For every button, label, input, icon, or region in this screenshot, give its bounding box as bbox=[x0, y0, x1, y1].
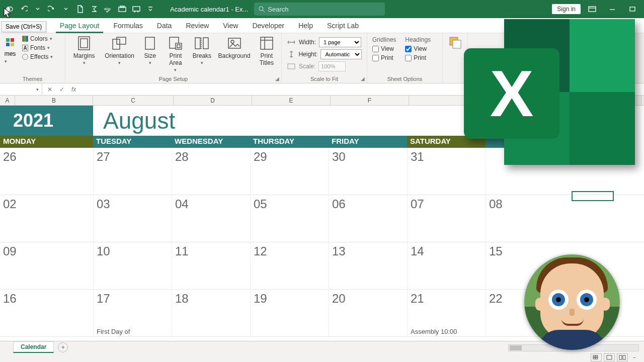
tab-review[interactable]: Review bbox=[179, 19, 216, 33]
svg-rect-35 bbox=[593, 357, 595, 359]
name-box[interactable]: ▾ bbox=[0, 83, 42, 95]
calendar-cell[interactable]: 09 bbox=[0, 242, 93, 289]
tab-developer[interactable]: Developer bbox=[245, 19, 291, 33]
colors-button[interactable]: Colors ▾ bbox=[22, 35, 53, 42]
print-area-button[interactable]: Print Area▾ bbox=[166, 35, 185, 72]
screenshot-icon[interactable] bbox=[116, 3, 129, 16]
calendar-cell[interactable]: 14 bbox=[407, 242, 486, 289]
day-header: FRIDAY bbox=[329, 136, 407, 148]
calendar-cell[interactable]: 11 bbox=[172, 242, 250, 289]
calendar-cell[interactable]: 27 bbox=[93, 148, 172, 195]
svg-rect-5 bbox=[133, 7, 140, 11]
page-setup-launcher-icon[interactable]: ◢ bbox=[275, 76, 279, 81]
calendar-cell[interactable]: 19 bbox=[250, 290, 329, 336]
page-break-view-icon[interactable] bbox=[617, 353, 628, 361]
calendar-cell[interactable]: 03 bbox=[93, 195, 172, 242]
ribbon-display-icon[interactable] bbox=[584, 2, 601, 16]
maximize-button[interactable] bbox=[624, 2, 641, 16]
document-title: Academic calendar1 - Ex... bbox=[170, 6, 248, 13]
qat-customize-dropdown[interactable] bbox=[144, 3, 157, 16]
orientation-button[interactable]: Orientation▾ bbox=[105, 35, 134, 65]
height-select[interactable]: Automatic bbox=[320, 49, 362, 59]
redo-dropdown[interactable] bbox=[59, 3, 72, 16]
present-icon[interactable] bbox=[130, 3, 143, 16]
bring-forward-icon[interactable] bbox=[448, 35, 462, 49]
size-button[interactable]: Size▾ bbox=[141, 35, 159, 65]
print-titles-button[interactable]: Print Titles bbox=[257, 35, 276, 66]
col-header-B[interactable]: B bbox=[15, 96, 93, 105]
calendar-cell[interactable]: 06 bbox=[329, 195, 407, 242]
calendar-cell[interactable]: 10 bbox=[93, 242, 172, 289]
quick-access-toolbar: abc bbox=[0, 3, 160, 16]
scale-launcher-icon[interactable]: ◢ bbox=[361, 76, 365, 81]
themes-button[interactable]: mes▾ bbox=[5, 50, 16, 64]
col-header-A[interactable]: A bbox=[0, 96, 15, 105]
calendar-cell[interactable]: 29 bbox=[250, 148, 329, 195]
group-page-setup: Margins▾ Orientation▾ Size▾ Print Area▾ … bbox=[65, 33, 282, 83]
page-layout-view-icon[interactable] bbox=[604, 353, 615, 361]
margins-button[interactable]: Margins▾ bbox=[70, 35, 98, 65]
calendar-cell[interactable]: 30 bbox=[329, 148, 407, 195]
autosum-icon[interactable] bbox=[88, 3, 101, 16]
undo-button[interactable] bbox=[17, 3, 30, 16]
calendar-cell[interactable]: 05 bbox=[250, 195, 329, 242]
calendar-cell[interactable]: 04 bbox=[172, 195, 250, 242]
tab-data[interactable]: Data bbox=[150, 19, 179, 33]
redo-button[interactable] bbox=[45, 3, 58, 16]
group-label-page-setup: Page Setup bbox=[70, 76, 276, 82]
tab-help[interactable]: Help bbox=[291, 19, 320, 33]
calendar-cell[interactable]: 17First Day of bbox=[93, 290, 172, 336]
height-icon bbox=[287, 51, 295, 58]
undo-dropdown[interactable] bbox=[31, 3, 44, 16]
normal-view-icon[interactable] bbox=[591, 353, 602, 361]
col-header-C[interactable]: C bbox=[93, 96, 174, 105]
col-header-F[interactable]: F bbox=[331, 96, 409, 105]
cancel-formula-icon[interactable]: ✕ bbox=[47, 86, 52, 93]
headings-print-checkbox[interactable]: Print bbox=[405, 54, 431, 61]
calendar-cell[interactable]: 18 bbox=[172, 290, 250, 336]
sign-in-button[interactable]: Sign in bbox=[552, 4, 581, 14]
search-input[interactable] bbox=[268, 6, 381, 13]
gridlines-print-checkbox[interactable]: Print bbox=[372, 54, 396, 61]
gridlines-view-checkbox[interactable]: View bbox=[372, 45, 396, 52]
svg-rect-27 bbox=[261, 37, 273, 49]
calendar-cell[interactable]: 12 bbox=[250, 242, 329, 289]
sheet-tab-calendar[interactable]: Calendar bbox=[13, 341, 54, 353]
col-header-E[interactable]: E bbox=[252, 96, 331, 105]
svg-rect-37 bbox=[607, 355, 612, 359]
fx-button[interactable]: fx bbox=[71, 86, 76, 93]
tab-view[interactable]: View bbox=[216, 19, 245, 33]
effects-button[interactable]: Effects ▾ bbox=[22, 53, 53, 60]
calendar-cell[interactable]: 08 bbox=[486, 195, 564, 242]
scale-input[interactable] bbox=[318, 61, 346, 71]
tab-formulas[interactable]: Formulas bbox=[106, 19, 149, 33]
themes-icon[interactable] bbox=[5, 37, 15, 47]
background-button[interactable]: Background bbox=[219, 35, 250, 59]
calendar-cell[interactable]: 07 bbox=[407, 195, 486, 242]
scale-icon bbox=[287, 63, 296, 70]
width-select[interactable]: 1 page bbox=[319, 37, 361, 47]
spellcheck-icon[interactable]: abc bbox=[102, 3, 115, 16]
zoom-out-button[interactable]: − bbox=[630, 354, 639, 360]
headings-view-checkbox[interactable]: View bbox=[405, 45, 431, 52]
search-box[interactable] bbox=[254, 3, 385, 16]
svg-rect-22 bbox=[195, 38, 200, 49]
calendar-cell[interactable]: 21Assembly 10:00 bbox=[407, 290, 486, 336]
tab-script-lab[interactable]: Script Lab bbox=[320, 19, 366, 33]
tab-page-layout[interactable]: Page Layout bbox=[53, 19, 107, 33]
headings-header: Headings bbox=[405, 36, 431, 43]
breaks-button[interactable]: Breaks▾ bbox=[192, 35, 211, 65]
calendar-cell[interactable]: 02 bbox=[0, 195, 93, 242]
fonts-button[interactable]: AFonts ▾ bbox=[22, 44, 53, 51]
enter-formula-icon[interactable]: ✓ bbox=[59, 86, 64, 93]
calendar-cell[interactable]: 20 bbox=[329, 290, 407, 336]
new-file-icon[interactable] bbox=[73, 3, 87, 16]
calendar-cell[interactable]: 28 bbox=[172, 148, 250, 195]
col-header-D[interactable]: D bbox=[174, 96, 252, 105]
calendar-cell[interactable]: 16 bbox=[0, 290, 93, 336]
add-sheet-button[interactable]: + bbox=[58, 342, 68, 352]
calendar-cell[interactable]: 26 bbox=[0, 148, 93, 195]
minimize-button[interactable] bbox=[604, 2, 621, 16]
svg-rect-21 bbox=[176, 43, 182, 49]
calendar-cell[interactable]: 13 bbox=[329, 242, 407, 289]
